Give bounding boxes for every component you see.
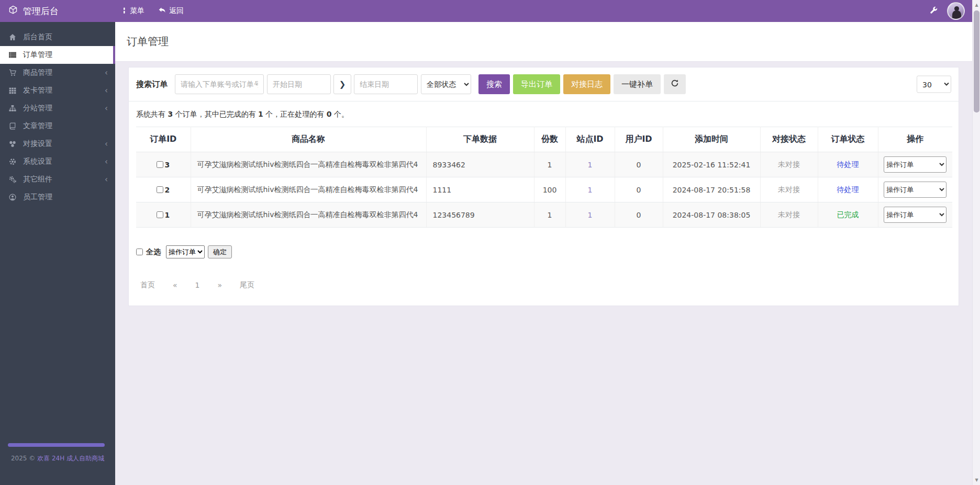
select-all-checkbox[interactable]: [136, 249, 143, 255]
added-time: 2024-08-17 08:38:05: [663, 202, 760, 228]
scroll-down-arrow-icon[interactable]: ▼: [973, 476, 980, 484]
refresh-icon: [671, 79, 679, 89]
brand-title: 管理后台: [23, 5, 59, 17]
chevron-left-icon: ‹: [105, 105, 108, 112]
brand: 管理后台: [0, 5, 115, 17]
col-bridge-status: 对接状态: [760, 127, 818, 152]
wrench-icon[interactable]: [929, 6, 938, 16]
added-time: 2025-02-16 11:52:41: [663, 152, 760, 177]
chevron-left-icon: ‹: [105, 140, 108, 148]
gear-icon: [8, 158, 17, 165]
bridge-status: 未对接: [778, 185, 800, 194]
row-action-select[interactable]: 操作订单: [884, 207, 946, 223]
cart-icon: [8, 69, 17, 76]
page-last[interactable]: 尾页: [240, 280, 254, 290]
chevron-left-icon: ‹: [105, 176, 108, 184]
book-icon: [8, 122, 17, 130]
page-number[interactable]: 1: [195, 281, 200, 289]
grid-icon: [8, 87, 17, 94]
vertical-scrollbar: ▲ ▼: [972, 0, 980, 485]
col-order-status: 订单状态: [818, 127, 878, 152]
scrollbar-thumb[interactable]: [974, 10, 979, 112]
order-status-link[interactable]: 待处理: [837, 160, 859, 168]
status-filter-select[interactable]: 全部状态: [421, 74, 471, 94]
product-name: 可孕艾滋病检测试纸hiv检测纸四合一高精准自检梅毒双检非第四代4: [191, 202, 426, 228]
back-label: 返回: [169, 6, 184, 16]
col-user-id: 用户ID: [615, 127, 663, 152]
processing-count: 0: [327, 110, 332, 118]
orders-summary: 系统共有 3 个订单，其中已完成的有 1 个，正在处理的有 0 个。: [136, 110, 951, 119]
sidebar-item-staff[interactable]: 员工管理: [0, 188, 115, 206]
row-action-select[interactable]: 操作订单: [884, 156, 946, 173]
pagination: 首页 « 1 » 尾页: [136, 280, 951, 290]
order-data: 1111: [426, 177, 534, 202]
footer-year: 2025 ©: [11, 455, 37, 462]
row-checkbox[interactable]: [157, 161, 163, 168]
avatar[interactable]: [947, 2, 965, 20]
sidebar-item-products[interactable]: 商品管理 ‹: [0, 64, 115, 82]
qty: 1: [534, 202, 565, 228]
chevron-left-icon: ‹: [105, 69, 108, 77]
bulk-action-select[interactable]: 操作订单: [166, 245, 205, 258]
reissue-button[interactable]: 一键补单: [614, 74, 661, 94]
top-header: 管理后台 菜单 返回: [0, 0, 972, 22]
user-id: 0: [615, 202, 663, 228]
chevron-left-icon: ‹: [105, 87, 108, 95]
orders-card: 搜索订单 ❯ 全部状态 搜索 导出订单 对接日志 一键补单 30 系统共: [128, 67, 959, 306]
sidebar-item-bridge-settings[interactable]: 对接设置 ‹: [0, 135, 115, 153]
cogs-icon: [8, 176, 17, 183]
scroll-up-arrow-icon[interactable]: ▲: [973, 1, 980, 9]
search-toolbar: 搜索订单 ❯ 全部状态 搜索 导出订单 对接日志 一键补单 30: [129, 67, 959, 101]
row-checkbox[interactable]: [157, 186, 163, 193]
confirm-button[interactable]: 确定: [208, 245, 232, 258]
search-button[interactable]: 搜索: [478, 74, 510, 94]
site-id-link[interactable]: 1: [588, 211, 593, 219]
page-size-select[interactable]: 30: [917, 76, 951, 93]
end-date-input[interactable]: [354, 74, 418, 94]
order-data: 8933462: [426, 152, 534, 177]
page-prev[interactable]: «: [173, 281, 177, 289]
total-count: 3: [168, 110, 173, 118]
list-icon: [8, 51, 17, 59]
qty: 100: [534, 177, 565, 202]
bridge-log-button[interactable]: 对接日志: [563, 74, 610, 94]
back-button[interactable]: 返回: [158, 6, 184, 16]
start-date-input[interactable]: [267, 74, 331, 94]
sidebar-item-articles[interactable]: 文章管理: [0, 117, 115, 135]
page-next[interactable]: »: [218, 281, 222, 289]
footer-brand-link[interactable]: 欢喜 24H 成人自助商城: [37, 455, 104, 462]
export-orders-button[interactable]: 导出订单: [513, 74, 560, 94]
return-arrow-icon: [158, 7, 166, 15]
page-first[interactable]: 首页: [140, 280, 155, 290]
sidebar-item-other-components[interactable]: 其它组件 ‹: [0, 171, 115, 188]
refresh-button[interactable]: [664, 74, 686, 94]
user-id: 0: [615, 152, 663, 177]
user-id: 0: [615, 177, 663, 202]
sidebar-item-label: 文章管理: [23, 121, 52, 131]
menu-toggle[interactable]: 菜单: [121, 6, 144, 16]
chevron-left-icon: ‹: [105, 158, 108, 166]
orders-table: 订单ID 商品名称 下单数据 份数 站点ID 用户ID 添加时间 对接状态 订单…: [136, 127, 952, 228]
sidebar-item-system-settings[interactable]: 系统设置 ‹: [0, 153, 115, 171]
user-circle-icon: [8, 194, 17, 201]
col-qty: 份数: [534, 127, 565, 152]
sitemap-icon: [8, 105, 17, 112]
orders-body: 系统共有 3 个订单，其中已完成的有 1 个，正在处理的有 0 个。 订单ID …: [129, 101, 959, 306]
site-id-link[interactable]: 1: [588, 161, 593, 169]
order-search-input[interactable]: [175, 74, 264, 94]
sidebar-item-home[interactable]: 后台首页: [0, 28, 115, 46]
col-order-data: 下单数据: [426, 127, 534, 152]
sidebar-item-orders[interactable]: 订单管理: [0, 46, 115, 64]
site-id-link[interactable]: 1: [588, 186, 593, 194]
select-all-label: 全选: [146, 247, 161, 257]
sidebar-item-substations[interactable]: 分站管理 ‹: [0, 99, 115, 117]
order-id: 1: [164, 211, 170, 219]
row-action-select[interactable]: 操作订单: [884, 182, 946, 198]
sidebar-item-cards[interactable]: 发卡管理 ‹: [0, 82, 115, 99]
order-status-link[interactable]: 已完成: [837, 210, 859, 219]
sidebar-footer: 2025 © 欢喜 24H 成人自助商城: [0, 454, 115, 463]
qty: 1: [534, 152, 565, 177]
row-checkbox[interactable]: [157, 211, 163, 218]
sidebar-item-label: 订单管理: [23, 50, 52, 60]
order-status-link[interactable]: 待处理: [837, 185, 859, 194]
